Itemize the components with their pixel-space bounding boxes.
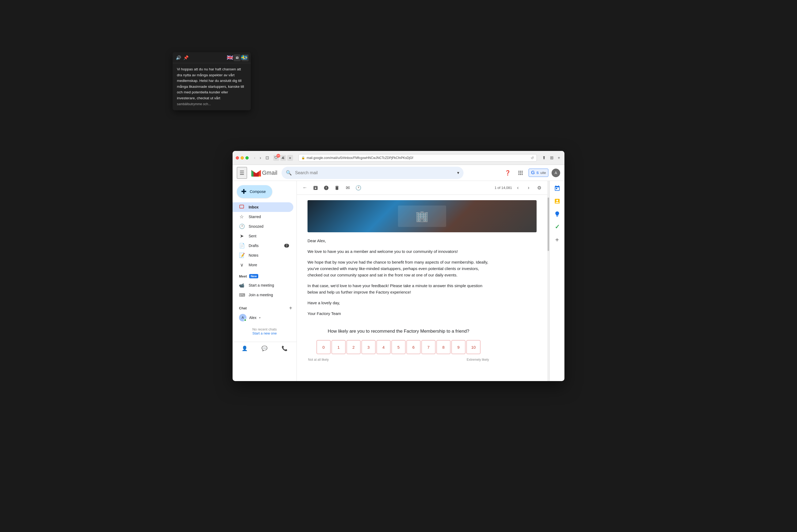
svg-point-5 bbox=[521, 172, 523, 173]
nps-scale: 0 1 2 3 4 5 6 7 8 9 bbox=[307, 340, 490, 354]
nps-btn-2[interactable]: 2 bbox=[346, 340, 360, 354]
nps-btn-5[interactable]: 5 bbox=[392, 340, 405, 354]
nav-item-notes[interactable]: 📝 Notes bbox=[232, 250, 293, 260]
search-input[interactable] bbox=[295, 170, 454, 175]
reading-view-button[interactable]: ⊡ bbox=[264, 155, 270, 161]
chat-header: Chat + bbox=[232, 304, 297, 312]
search-bar[interactable]: 🔍 ▾ bbox=[282, 167, 463, 179]
next-email-button[interactable]: › bbox=[524, 183, 533, 193]
mark-unread-button[interactable]: ✉ bbox=[343, 183, 353, 193]
reload-icon[interactable]: ↺ bbox=[531, 156, 534, 160]
forward-button[interactable]: › bbox=[259, 155, 262, 161]
sidebar-bottom: 👤 💬 📞 bbox=[232, 342, 297, 355]
sent-icon: ➤ bbox=[239, 233, 244, 239]
keep-panel-button[interactable] bbox=[552, 209, 563, 220]
add-addon-button[interactable]: + bbox=[552, 234, 563, 245]
delete-button[interactable] bbox=[332, 183, 342, 193]
notes-icon: 📝 bbox=[239, 252, 244, 258]
popup-pin-button[interactable]: 📌 bbox=[183, 55, 189, 60]
lock-icon: 🔒 bbox=[301, 156, 305, 159]
prev-email-button[interactable]: ‹ bbox=[513, 183, 523, 193]
no-chats-text: No recent chats bbox=[237, 327, 292, 331]
browser-extensions: 🛡 29 Æ ≡ bbox=[273, 155, 293, 161]
call-button[interactable]: 📞 bbox=[280, 344, 289, 353]
svg-point-3 bbox=[518, 172, 519, 173]
archive-button[interactable] bbox=[311, 183, 320, 193]
calendar-panel-button[interactable] bbox=[552, 183, 563, 194]
nav-item-inbox[interactable]: Inbox bbox=[232, 202, 293, 212]
nps-btn-4[interactable]: 4 bbox=[377, 340, 391, 354]
start-meeting-item[interactable]: 📹 Start a meeting bbox=[232, 281, 297, 290]
contacts-button[interactable]: 👤 bbox=[240, 344, 249, 353]
nav-item-sent[interactable]: ➤ Sent bbox=[232, 231, 293, 241]
new-tab-button[interactable]: ⊞ bbox=[549, 155, 554, 161]
user-avatar[interactable]: A bbox=[552, 169, 560, 177]
search-dropdown-icon[interactable]: ▾ bbox=[457, 170, 459, 175]
scrollbar-thumb[interactable] bbox=[548, 197, 549, 251]
settings-button[interactable]: ⚙ bbox=[534, 183, 544, 193]
starred-icon: ☆ bbox=[239, 214, 244, 220]
add-tab-button[interactable]: + bbox=[557, 155, 561, 161]
apps-button[interactable] bbox=[516, 168, 525, 178]
scrollbar[interactable] bbox=[547, 181, 549, 381]
more-label: More bbox=[249, 263, 257, 267]
list-extension[interactable]: ≡ bbox=[287, 155, 293, 161]
drafts-icon: 📄 bbox=[239, 243, 244, 249]
popup-translated-text: Vi hoppas att du nu har haft chansen att… bbox=[177, 66, 246, 101]
audio-translation-button[interactable]: 🔊 bbox=[242, 54, 249, 61]
join-meeting-label: Join a meeting bbox=[249, 293, 273, 297]
chat-button[interactable]: 💬 bbox=[260, 344, 269, 353]
close-button[interactable] bbox=[236, 156, 239, 159]
gmail-wordmark: Gmail bbox=[262, 169, 277, 176]
start-new-link[interactable]: Start a new one bbox=[237, 331, 292, 335]
nav-item-snoozed[interactable]: 🕐 Snoozed bbox=[232, 222, 293, 231]
more-chevron-icon: ∨ bbox=[239, 262, 244, 268]
help-button[interactable]: ❓ bbox=[503, 168, 513, 178]
back-button[interactable]: ‹ bbox=[253, 155, 257, 161]
email-content: 🏢 Dear Alex, We love to have you as a me… bbox=[297, 195, 547, 381]
compose-button[interactable]: ✚ Compose bbox=[237, 185, 272, 198]
minimize-button[interactable] bbox=[241, 156, 244, 159]
check-panel-button[interactable]: ✓ bbox=[552, 222, 563, 232]
url-bar[interactable]: 🔒 mail.google.com/mail/u/0/#inbox/FMfcgx… bbox=[298, 154, 537, 162]
gsuite-label: uite bbox=[540, 171, 546, 175]
popup-header: 🔊 📌 🇬🇧 ⇄ 🇸🇪 ⧉ 🔊 bbox=[173, 52, 251, 63]
nps-btn-3[interactable]: 3 bbox=[362, 340, 376, 354]
chat-user-item[interactable]: A Alex ▾ bbox=[232, 312, 297, 323]
menu-button[interactable]: ☰ bbox=[237, 167, 247, 179]
popup-body: Vi hoppas att du nu har haft chansen att… bbox=[173, 63, 251, 110]
nps-btn-1[interactable]: 1 bbox=[331, 340, 345, 354]
tasks-panel-button[interactable] bbox=[552, 196, 563, 207]
nps-btn-0[interactable]: 0 bbox=[317, 340, 330, 354]
back-to-list-button[interactable]: ← bbox=[300, 183, 310, 193]
video-icon: 📹 bbox=[239, 283, 244, 288]
chat-add-button[interactable]: + bbox=[289, 305, 292, 311]
search-icon: 🔍 bbox=[286, 170, 292, 176]
meet-section-title: Meet New bbox=[232, 272, 297, 281]
nps-btn-10[interactable]: 10 bbox=[467, 340, 480, 354]
nps-label-right: Extremely likely bbox=[467, 357, 489, 362]
nps-btn-6[interactable]: 6 bbox=[406, 340, 420, 354]
nav-item-more[interactable]: ∨ More bbox=[232, 260, 293, 270]
nps-btn-8[interactable]: 8 bbox=[437, 340, 451, 354]
nps-btn-9[interactable]: 9 bbox=[452, 340, 466, 354]
extension-icon[interactable]: 🛡 29 bbox=[273, 155, 279, 161]
nav-item-drafts[interactable]: 📄 Drafts 7 bbox=[232, 241, 293, 250]
start-meeting-label: Start a meeting bbox=[249, 283, 274, 287]
spam-button[interactable] bbox=[321, 183, 331, 193]
join-meeting-item[interactable]: ⌨ Join a meeting bbox=[232, 290, 297, 300]
popup-action-buttons: ⧉ 🔊 bbox=[234, 54, 249, 61]
nps-btn-7[interactable]: 7 bbox=[421, 340, 435, 354]
share-button[interactable]: ⬆ bbox=[541, 155, 547, 161]
snooze-button[interactable]: 🕐 bbox=[354, 183, 363, 193]
chat-avatar: A bbox=[239, 314, 246, 321]
ae-extension[interactable]: Æ bbox=[280, 155, 286, 161]
snoozed-icon: 🕐 bbox=[239, 224, 244, 229]
copy-translation-button[interactable]: ⧉ bbox=[234, 54, 241, 61]
traffic-lights bbox=[236, 156, 249, 159]
gsuite-badge[interactable]: G Suite bbox=[529, 169, 548, 177]
gmail-logo: Gmail bbox=[251, 169, 277, 177]
fullscreen-button[interactable] bbox=[245, 156, 249, 159]
nav-item-starred[interactable]: ☆ Starred bbox=[232, 212, 293, 222]
popup-volume-button[interactable]: 🔊 bbox=[176, 55, 181, 60]
